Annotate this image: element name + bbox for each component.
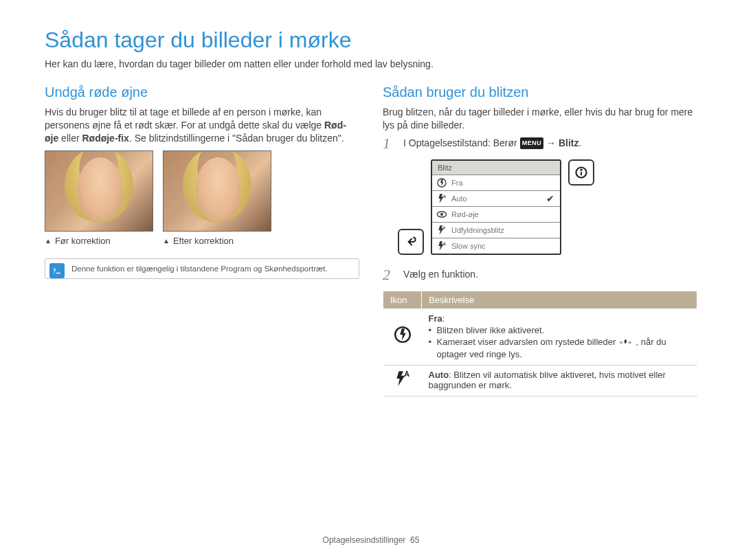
photo-before	[45, 150, 153, 232]
camera-menu-illustration: Blitz Fra A Auto ✔	[398, 159, 697, 255]
check-icon: ✔	[546, 193, 554, 204]
table-row: Fra: Blitzen bliver ikke aktiveret. Kame…	[383, 309, 697, 365]
menu-item-redeye[interactable]: Rød-øje	[432, 206, 560, 222]
note-box: Denne funktion er tilgængelig i tilstand…	[45, 258, 359, 279]
flash-menu-panel: Blitz Fra A Auto ✔	[431, 159, 561, 255]
info-button[interactable]	[568, 159, 594, 186]
page-intro: Her kan du lære, hvordan du tager billed…	[45, 58, 697, 69]
camera-side-right	[568, 159, 594, 255]
svg-point-8	[581, 169, 581, 170]
svg-text:«: «	[620, 339, 622, 345]
flash-fill-icon: F	[436, 225, 447, 236]
svg-text:S: S	[443, 241, 446, 245]
row-icon-fra	[383, 309, 422, 365]
menu-item-fill[interactable]: F Udfyldningsblitz	[432, 222, 560, 238]
column-right: Sådan bruger du blitzen Brug blitzen, nå…	[383, 85, 697, 396]
row-desc-fra: Fra: Blitzen bliver ikke aktiveret. Kame…	[422, 309, 697, 365]
two-column-layout: Undgå røde øjne Hvis du bruger blitz til…	[45, 85, 697, 396]
right-paragraph: Brug blitzen, når du tager billeder i mø…	[383, 106, 697, 132]
note-icon	[49, 263, 65, 278]
camera-side-left	[398, 159, 424, 255]
right-heading: Sådan bruger du blitzen	[383, 85, 697, 100]
col-desc: Beskrivelse	[422, 291, 697, 309]
svg-text:»: »	[629, 339, 631, 345]
svg-point-3	[440, 213, 443, 216]
menu-title: Blitz	[432, 161, 560, 175]
row-icon-auto: A	[383, 365, 422, 396]
options-table: Ikon Beskrivelse Fra: Blitzen bliver ikk…	[383, 291, 697, 396]
photo-after	[163, 150, 271, 232]
svg-text:A: A	[443, 194, 447, 198]
flash-off-icon	[436, 177, 447, 188]
step-number: 1	[383, 136, 395, 151]
menu-item-fra[interactable]: Fra	[432, 175, 560, 190]
step-number: 2	[383, 267, 395, 282]
left-paragraph: Hvis du bruger blitz til at tage et bill…	[45, 106, 359, 145]
page-title: Sådan tager du billeder i mørke	[45, 27, 697, 53]
step-1: 1 I Optagelsestilstand: Berør MENU → Bli…	[383, 136, 697, 151]
page-footer: Optagelsesindstillinger 65	[0, 535, 742, 545]
caption-after: Efter korrektion	[163, 236, 271, 246]
before-after-images	[45, 150, 359, 232]
back-button[interactable]	[398, 229, 424, 255]
menu-item-auto[interactable]: A Auto ✔	[432, 190, 560, 206]
svg-text:F: F	[443, 225, 446, 229]
left-heading: Undgå røde øjne	[45, 85, 359, 100]
step-2: 2 Vælg en funktion.	[383, 267, 697, 282]
svg-point-11	[625, 341, 627, 343]
col-icon: Ikon	[383, 291, 422, 309]
svg-text:A: A	[404, 370, 409, 378]
column-left: Undgå røde øjne Hvis du bruger blitz til…	[45, 85, 359, 396]
flash-auto-icon: A	[436, 193, 447, 204]
step-2-text: Vælg en funktion.	[403, 267, 478, 282]
menu-chip-icon: MENU	[520, 137, 544, 150]
table-row: A Auto: Blitzen vil automatisk blive akt…	[383, 365, 697, 396]
menu-item-slow[interactable]: S Slow sync	[432, 238, 560, 254]
red-eye-icon	[436, 209, 447, 220]
flash-slow-icon: S	[436, 240, 447, 251]
shake-warning-icon: «»	[620, 337, 632, 349]
caption-before: Før korrektion	[45, 236, 153, 246]
step-1-text: I Optagelsestilstand: Berør MENU → Blitz…	[403, 136, 581, 150]
caption-row: Før korrektion Efter korrektion	[45, 236, 359, 246]
row-desc-auto: Auto: Blitzen vil automatisk blive aktiv…	[422, 365, 697, 396]
